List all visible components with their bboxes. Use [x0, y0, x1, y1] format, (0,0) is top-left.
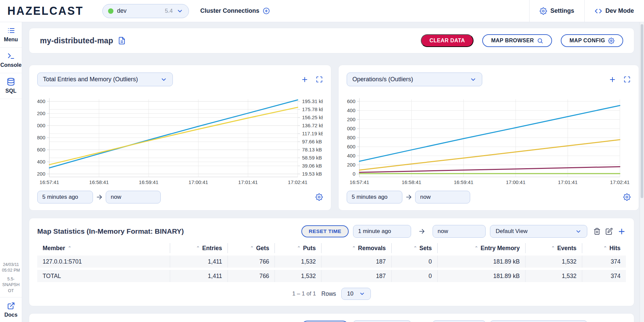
y-axis-right-label: 117.19 kB [302, 131, 323, 136]
sidebar-timestamp: 24/03/11 05:02 PM [0, 262, 22, 274]
add-chart-icon[interactable] [301, 76, 308, 83]
gear-icon [540, 7, 547, 15]
series-line-ops-amber [359, 140, 620, 170]
column-header-member[interactable]: Member⌃ [37, 243, 170, 253]
sidebar-item-label: SQL [5, 88, 16, 94]
cluster-name: dev [117, 7, 127, 14]
chart-settings-gear-icon[interactable] [315, 193, 323, 201]
view-select[interactable]: Default View [490, 320, 587, 322]
time-from-input[interactable]: 1 minute ago [353, 225, 411, 238]
x-axis-label: 17:02:41 [610, 179, 630, 185]
map-browser-button[interactable]: MAP BROWSER [482, 34, 552, 47]
time-from-input[interactable]: 1 minute ago [353, 320, 411, 322]
y-axis-label: 1,400 [347, 107, 355, 113]
sort-caret-icon: ⌃ [297, 245, 301, 250]
y-axis-label: 1,400 [37, 98, 45, 104]
time-to-input[interactable]: now [106, 191, 161, 203]
fullscreen-icon[interactable] [316, 76, 323, 83]
time-from-input[interactable]: 5 minutes ago [347, 191, 402, 203]
sidebar-item-sql[interactable]: SQL [0, 73, 22, 99]
column-header-puts[interactable]: ⌃Puts [275, 243, 321, 253]
map-document-icon[interactable] [118, 37, 126, 45]
sidebar-item-label: Menu [4, 37, 18, 43]
time-to-input[interactable]: now [433, 225, 486, 238]
external-link-icon [7, 302, 15, 310]
y-axis-label: 1,200 [37, 110, 45, 116]
dev-mode-label: Dev Mode [605, 7, 634, 14]
map-config-button[interactable]: MAP CONFIG [561, 34, 623, 47]
chart-settings-gear-icon[interactable] [623, 193, 631, 201]
reset-time-button[interactable]: RESET TIME [301, 225, 349, 237]
x-axis-label: 17:00:41 [506, 179, 525, 185]
series-line-ops-maroon [359, 167, 620, 172]
sort-caret-icon: ⌃ [68, 245, 71, 250]
add-view-plus-icon[interactable] [617, 227, 626, 236]
sort-caret-icon: ⌃ [352, 245, 356, 250]
chevron-down-icon [470, 76, 477, 83]
clear-data-button[interactable]: CLEAR DATA [421, 34, 474, 47]
table-cell: 766 [228, 270, 275, 282]
main-content: my-distributed-map CLEAR DATA MAP BROWSE… [22, 22, 644, 322]
x-axis-label: 16:58:41 [402, 179, 421, 185]
sort-caret-icon: ⌃ [603, 245, 607, 250]
sort-caret-icon: ⌃ [551, 245, 555, 250]
vertical-scrollbar[interactable] [640, 22, 644, 322]
page-title: my-distributed-map [40, 36, 113, 45]
code-icon [595, 7, 602, 15]
column-header-removals[interactable]: ⌃Removals [321, 243, 391, 253]
sidebar-item-label: Console [0, 62, 21, 68]
sidebar-item-docs[interactable]: Docs [0, 297, 22, 322]
y-axis-label: 1,000 [347, 126, 355, 131]
fullscreen-icon[interactable] [624, 76, 631, 83]
table-cell: 187 [321, 270, 391, 282]
settings-button[interactable]: Settings [529, 0, 584, 22]
reset-time-button[interactable]: RESET TIME [301, 321, 349, 322]
sidebar-item-menu[interactable]: Menu [0, 22, 22, 48]
cluster-selector[interactable]: dev 5.4 [102, 4, 189, 18]
sort-caret-icon: ⌃ [413, 245, 417, 250]
y-axis-label: 800 [37, 135, 45, 140]
dev-mode-button[interactable]: Dev Mode [584, 0, 644, 22]
table-cell: 181.89 kB [437, 270, 525, 282]
table-cell: 127.0.0.1:5701 [37, 256, 170, 268]
edit-view-icon[interactable] [605, 228, 613, 235]
y-axis-right-label: 39.06 kB [302, 163, 322, 169]
chart-metric-select[interactable]: Operations/s (Outliers) [347, 73, 482, 86]
column-header-events[interactable]: ⌃Events [525, 243, 582, 253]
column-header-entry-memory[interactable]: ⌃Entry Memory [437, 243, 525, 253]
column-header-entries[interactable]: ⌃Entries [170, 243, 228, 253]
y-axis-right-label: 78.13 kB [302, 147, 322, 152]
table-cell: TOTAL [37, 270, 170, 282]
view-select[interactable]: Default View [490, 225, 587, 238]
chart-canvas[interactable]: 1,4001,2001,000800600400200195.31 kB175.… [37, 91, 323, 189]
y-axis-right-label: 175.78 kB [302, 106, 323, 112]
y-axis-label: 800 [347, 135, 355, 140]
y-axis-label: 600 [37, 147, 45, 152]
cluster-connections-button[interactable]: Cluster Connections [200, 7, 270, 14]
time-to-input[interactable]: now [415, 191, 470, 203]
cluster-status-icon [108, 8, 113, 14]
scrollbar-thumb[interactable] [641, 24, 643, 198]
time-from-input[interactable]: 5 minutes ago [37, 191, 93, 203]
table-cell: 1,532 [275, 270, 321, 282]
time-to-input[interactable]: now [433, 320, 486, 322]
chevron-down-icon [359, 291, 365, 297]
rows-per-page-select[interactable]: 10 [341, 288, 371, 300]
chart-canvas[interactable]: 1,6001,4001,2001,000800600400200016:57:4… [347, 91, 631, 189]
chart-metric-select[interactable]: Total Entries and Memory (Outliers) [37, 73, 173, 86]
y-axis-right-label: 19.53 kB [302, 171, 322, 177]
y-axis-label: 200 [347, 162, 355, 168]
column-header-gets[interactable]: ⌃Gets [228, 243, 275, 253]
y-axis-right-label: 58.59 kB [302, 155, 322, 160]
column-header-hits[interactable]: ⌃Hits [582, 243, 626, 253]
sidebar-item-console[interactable]: Console [0, 48, 22, 73]
x-axis-label: 16:59:41 [139, 179, 158, 185]
menu-list-icon [7, 27, 15, 35]
column-header-sets[interactable]: ⌃Sets [391, 243, 437, 253]
map-title-card: my-distributed-map CLEAR DATA MAP BROWSE… [29, 28, 634, 53]
y-axis-label: 600 [347, 144, 355, 149]
y-axis-label: 0 [353, 171, 355, 177]
delete-view-trash-icon[interactable] [593, 228, 601, 235]
plus-circle-icon [263, 7, 270, 14]
add-chart-icon[interactable] [609, 76, 616, 83]
